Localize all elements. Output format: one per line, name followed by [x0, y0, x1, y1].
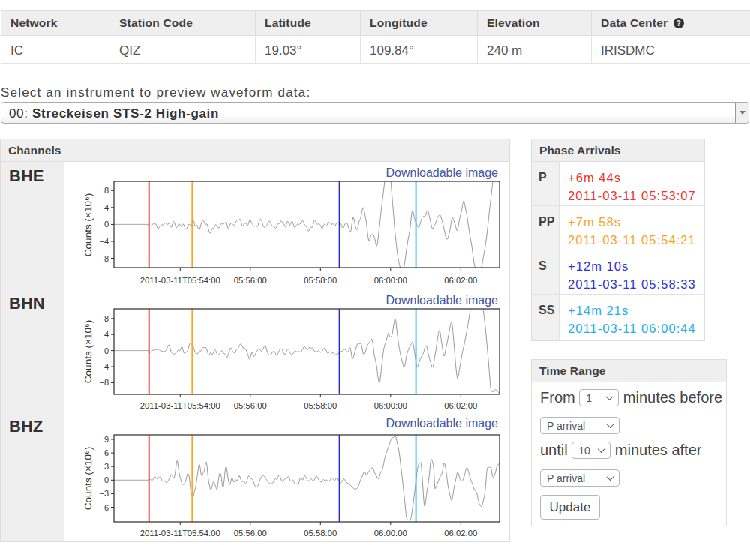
- svg-text:3: 3: [104, 462, 109, 471]
- svg-text:9: 9: [104, 435, 109, 444]
- svg-text:0: 0: [104, 346, 109, 355]
- svg-text:06:02:00: 06:02:00: [444, 276, 477, 285]
- svg-text:06:02:00: 06:02:00: [444, 401, 477, 410]
- svg-text:06:00:00: 06:00:00: [374, 276, 407, 285]
- svg-text:2011-03-11T05:54:00: 2011-03-11T05:54:00: [140, 276, 220, 285]
- svg-text:0: 0: [104, 220, 109, 229]
- svg-text:05:56:00: 05:56:00: [234, 401, 267, 410]
- svg-text:06:00:00: 06:00:00: [374, 401, 407, 410]
- svg-text:Counts (×10⁶): Counts (×10⁶): [82, 193, 94, 257]
- svg-text:−8: −8: [99, 254, 109, 263]
- svg-text:Counts (×10⁶): Counts (×10⁶): [82, 447, 94, 511]
- svg-text:8: 8: [104, 314, 109, 323]
- svg-text:4: 4: [104, 203, 109, 212]
- svg-text:6: 6: [104, 448, 109, 457]
- svg-text:−8: −8: [99, 378, 109, 387]
- svg-text:05:56:00: 05:56:00: [234, 529, 267, 538]
- svg-text:06:00:00: 06:00:00: [374, 529, 407, 538]
- svg-text:8: 8: [104, 186, 109, 195]
- svg-text:05:58:00: 05:58:00: [304, 529, 337, 538]
- svg-text:05:58:00: 05:58:00: [304, 276, 337, 285]
- svg-text:−6: −6: [99, 503, 109, 512]
- svg-text:2011-03-11T05:54:00: 2011-03-11T05:54:00: [140, 529, 220, 538]
- svg-text:−4: −4: [99, 237, 109, 246]
- svg-text:Counts (×10⁶): Counts (×10⁶): [82, 320, 94, 384]
- svg-text:05:56:00: 05:56:00: [234, 276, 267, 285]
- svg-text:0: 0: [104, 475, 109, 484]
- svg-text:2011-03-11T05:54:00: 2011-03-11T05:54:00: [140, 401, 220, 410]
- svg-text:?: ?: [676, 19, 681, 28]
- svg-text:06:02:00: 06:02:00: [444, 529, 477, 538]
- svg-text:−3: −3: [99, 489, 109, 498]
- svg-text:05:58:00: 05:58:00: [304, 401, 337, 410]
- svg-text:−4: −4: [99, 362, 109, 371]
- svg-text:4: 4: [104, 330, 109, 339]
